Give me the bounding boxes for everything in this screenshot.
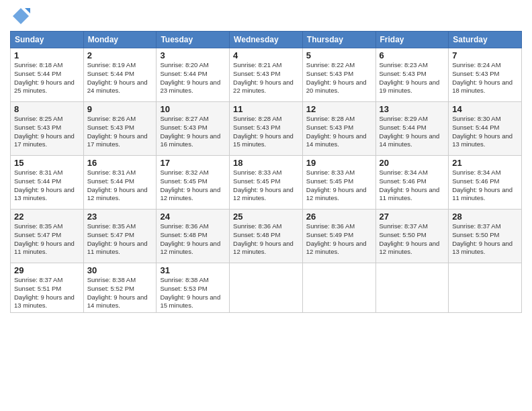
- weekday-header-monday: Monday: [83, 32, 157, 48]
- day-number: 31: [160, 265, 226, 275]
- logo: [10, 7, 30, 26]
- day-info: Sunrise: 8:21 AMSunset: 5:43 PMDaylight:…: [233, 61, 299, 95]
- calendar-cell: 15Sunrise: 8:31 AMSunset: 5:44 PMDayligh…: [11, 156, 84, 210]
- calendar-cell: 6Sunrise: 8:23 AMSunset: 5:43 PMDaylight…: [375, 48, 449, 102]
- day-number: 21: [452, 158, 518, 168]
- week-row-2: 8Sunrise: 8:25 AMSunset: 5:43 PMDaylight…: [11, 102, 522, 156]
- day-number: 22: [14, 212, 80, 222]
- calendar-cell: 13Sunrise: 8:29 AMSunset: 5:44 PMDayligh…: [375, 102, 449, 156]
- svg-marker-1: [25, 8, 30, 13]
- week-row-3: 15Sunrise: 8:31 AMSunset: 5:44 PMDayligh…: [11, 156, 522, 210]
- weekday-header-friday: Friday: [375, 32, 449, 48]
- day-info: Sunrise: 8:35 AMSunset: 5:47 PMDaylight:…: [87, 222, 153, 257]
- svg-marker-0: [13, 8, 29, 24]
- calendar-cell: 21Sunrise: 8:34 AMSunset: 5:46 PMDayligh…: [449, 156, 522, 210]
- weekday-header-saturday: Saturday: [449, 32, 522, 48]
- day-info: Sunrise: 8:18 AMSunset: 5:44 PMDaylight:…: [14, 61, 80, 95]
- calendar-cell: [375, 263, 449, 313]
- day-number: 29: [14, 265, 80, 275]
- day-info: Sunrise: 8:25 AMSunset: 5:43 PMDaylight:…: [14, 115, 80, 149]
- calendar-cell: 8Sunrise: 8:25 AMSunset: 5:43 PMDaylight…: [11, 102, 84, 156]
- calendar-cell: 31Sunrise: 8:38 AMSunset: 5:53 PMDayligh…: [157, 263, 230, 313]
- day-number: 10: [160, 104, 226, 114]
- day-info: Sunrise: 8:38 AMSunset: 5:52 PMDaylight:…: [87, 276, 153, 310]
- calendar-cell: 20Sunrise: 8:34 AMSunset: 5:46 PMDayligh…: [375, 156, 449, 210]
- day-info: Sunrise: 8:33 AMSunset: 5:45 PMDaylight:…: [306, 169, 372, 203]
- day-info: Sunrise: 8:23 AMSunset: 5:43 PMDaylight:…: [380, 61, 445, 95]
- page: SundayMondayTuesdayWednesdayThursdayFrid…: [0, 0, 532, 411]
- day-info: Sunrise: 8:36 AMSunset: 5:49 PMDaylight:…: [306, 222, 372, 257]
- calendar-cell: 25Sunrise: 8:36 AMSunset: 5:48 PMDayligh…: [230, 210, 303, 263]
- calendar-cell: 30Sunrise: 8:38 AMSunset: 5:52 PMDayligh…: [83, 263, 157, 313]
- calendar-cell: 26Sunrise: 8:36 AMSunset: 5:49 PMDayligh…: [302, 210, 375, 263]
- day-number: 17: [160, 158, 226, 168]
- calendar-cell: 11Sunrise: 8:28 AMSunset: 5:43 PMDayligh…: [230, 102, 303, 156]
- day-number: 3: [160, 50, 226, 60]
- week-row-1: 1Sunrise: 8:18 AMSunset: 5:44 PMDaylight…: [11, 48, 522, 102]
- day-info: Sunrise: 8:31 AMSunset: 5:44 PMDaylight:…: [87, 169, 153, 203]
- weekday-header-thursday: Thursday: [302, 32, 375, 48]
- day-info: Sunrise: 8:31 AMSunset: 5:44 PMDaylight:…: [14, 169, 80, 203]
- day-number: 24: [160, 212, 226, 222]
- day-number: 6: [380, 50, 445, 60]
- calendar-cell: 4Sunrise: 8:21 AMSunset: 5:43 PMDaylight…: [230, 48, 303, 102]
- calendar-cell: 29Sunrise: 8:37 AMSunset: 5:51 PMDayligh…: [11, 263, 84, 313]
- day-info: Sunrise: 8:24 AMSunset: 5:43 PMDaylight:…: [452, 61, 518, 95]
- calendar-cell: 3Sunrise: 8:20 AMSunset: 5:44 PMDaylight…: [157, 48, 230, 102]
- calendar-cell: 27Sunrise: 8:37 AMSunset: 5:50 PMDayligh…: [375, 210, 449, 263]
- calendar-table: SundayMondayTuesdayWednesdayThursdayFrid…: [10, 31, 522, 313]
- header: [10, 7, 522, 26]
- day-number: 2: [87, 50, 153, 60]
- day-number: 12: [306, 104, 372, 114]
- day-info: Sunrise: 8:29 AMSunset: 5:44 PMDaylight:…: [380, 115, 445, 149]
- day-number: 9: [87, 104, 153, 114]
- day-info: Sunrise: 8:37 AMSunset: 5:51 PMDaylight:…: [14, 276, 80, 310]
- day-info: Sunrise: 8:20 AMSunset: 5:44 PMDaylight:…: [160, 61, 226, 95]
- calendar-cell: 24Sunrise: 8:36 AMSunset: 5:48 PMDayligh…: [157, 210, 230, 263]
- calendar-cell: 1Sunrise: 8:18 AMSunset: 5:44 PMDaylight…: [11, 48, 84, 102]
- day-info: Sunrise: 8:30 AMSunset: 5:44 PMDaylight:…: [452, 115, 518, 149]
- day-number: 14: [452, 104, 518, 114]
- weekday-header-tuesday: Tuesday: [157, 32, 230, 48]
- day-number: 18: [233, 158, 299, 168]
- day-number: 16: [87, 158, 153, 168]
- day-number: 23: [87, 212, 153, 222]
- day-number: 28: [452, 212, 518, 222]
- day-info: Sunrise: 8:36 AMSunset: 5:48 PMDaylight:…: [233, 222, 299, 257]
- week-row-5: 29Sunrise: 8:37 AMSunset: 5:51 PMDayligh…: [11, 263, 522, 313]
- day-info: Sunrise: 8:36 AMSunset: 5:48 PMDaylight:…: [160, 222, 226, 257]
- day-number: 30: [87, 265, 153, 275]
- day-info: Sunrise: 8:28 AMSunset: 5:43 PMDaylight:…: [233, 115, 299, 149]
- day-number: 5: [306, 50, 372, 60]
- logo-icon: [11, 7, 30, 26]
- day-number: 25: [233, 212, 299, 222]
- day-number: 19: [306, 158, 372, 168]
- day-number: 15: [14, 158, 80, 168]
- day-number: 4: [233, 50, 299, 60]
- calendar-cell: [230, 263, 303, 313]
- calendar-cell: 28Sunrise: 8:37 AMSunset: 5:50 PMDayligh…: [449, 210, 522, 263]
- calendar-cell: 5Sunrise: 8:22 AMSunset: 5:43 PMDaylight…: [302, 48, 375, 102]
- day-info: Sunrise: 8:32 AMSunset: 5:45 PMDaylight:…: [160, 169, 226, 203]
- calendar-cell: 2Sunrise: 8:19 AMSunset: 5:44 PMDaylight…: [83, 48, 157, 102]
- calendar-cell: 7Sunrise: 8:24 AMSunset: 5:43 PMDaylight…: [449, 48, 522, 102]
- calendar-cell: 10Sunrise: 8:27 AMSunset: 5:43 PMDayligh…: [157, 102, 230, 156]
- day-info: Sunrise: 8:37 AMSunset: 5:50 PMDaylight:…: [380, 222, 445, 257]
- day-number: 26: [306, 212, 372, 222]
- day-info: Sunrise: 8:34 AMSunset: 5:46 PMDaylight:…: [452, 169, 518, 203]
- day-number: 7: [452, 50, 518, 60]
- day-number: 27: [380, 212, 445, 222]
- calendar-cell: 17Sunrise: 8:32 AMSunset: 5:45 PMDayligh…: [157, 156, 230, 210]
- weekday-header-wednesday: Wednesday: [230, 32, 303, 48]
- day-info: Sunrise: 8:35 AMSunset: 5:47 PMDaylight:…: [14, 222, 80, 257]
- day-number: 11: [233, 104, 299, 114]
- day-info: Sunrise: 8:37 AMSunset: 5:50 PMDaylight:…: [452, 222, 518, 257]
- calendar-cell: 16Sunrise: 8:31 AMSunset: 5:44 PMDayligh…: [83, 156, 157, 210]
- week-row-4: 22Sunrise: 8:35 AMSunset: 5:47 PMDayligh…: [11, 210, 522, 263]
- day-info: Sunrise: 8:26 AMSunset: 5:43 PMDaylight:…: [87, 115, 153, 149]
- calendar-cell: [449, 263, 522, 313]
- calendar-cell: 18Sunrise: 8:33 AMSunset: 5:45 PMDayligh…: [230, 156, 303, 210]
- day-info: Sunrise: 8:19 AMSunset: 5:44 PMDaylight:…: [87, 61, 153, 95]
- day-info: Sunrise: 8:22 AMSunset: 5:43 PMDaylight:…: [306, 61, 372, 95]
- calendar-cell: 22Sunrise: 8:35 AMSunset: 5:47 PMDayligh…: [11, 210, 84, 263]
